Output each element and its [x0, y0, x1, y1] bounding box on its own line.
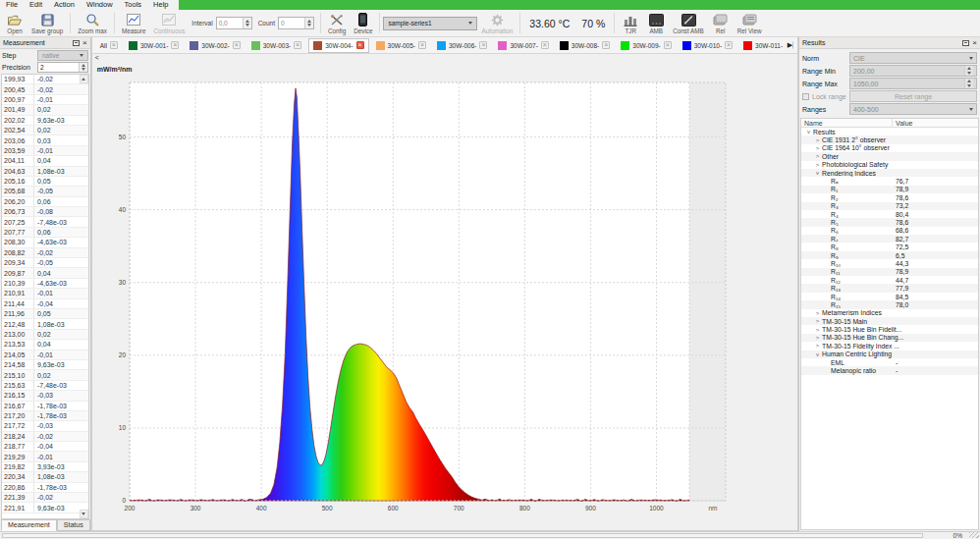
measurement-row[interactable]: 199,93-0,02: [2, 75, 88, 84]
count-spin-arrows[interactable]: [304, 18, 313, 28]
close-panel-icon[interactable]: ×: [82, 39, 87, 47]
config-button[interactable]: Config: [324, 11, 350, 35]
series-item-30w004[interactable]: 30W-004-×: [308, 38, 368, 53]
measurement-row[interactable]: 216,15-0,03: [2, 391, 88, 401]
scroll-down-icon[interactable]: [80, 510, 88, 518]
tree-item[interactable]: R₁₀44,3: [801, 259, 978, 267]
measurement-row[interactable]: 221,39-0,02: [2, 493, 88, 503]
measurement-row[interactable]: 202,540,02: [2, 126, 88, 135]
measurement-row[interactable]: 219,823,93e-03: [2, 462, 88, 472]
series-item-30w006[interactable]: 30W-006-×: [433, 38, 491, 53]
measurement-row[interactable]: 216,67-1,78e-03: [2, 402, 88, 411]
remove-series-icon[interactable]: ×: [602, 41, 610, 49]
expand-icon[interactable]: >: [813, 335, 822, 341]
measurement-row[interactable]: 200,45-0,02: [2, 84, 88, 94]
range-max-spin-arrows[interactable]: [964, 79, 973, 88]
tree-item[interactable]: >Metamerism Indices: [801, 309, 978, 317]
const-amb-button[interactable]: Const AMB: [669, 11, 708, 35]
remove-series-icon[interactable]: ×: [233, 41, 241, 49]
spin-up-icon[interactable]: [245, 20, 249, 23]
remove-series-icon[interactable]: ×: [418, 41, 426, 49]
menu-tools[interactable]: Tools: [119, 0, 148, 10]
resize-grip-icon[interactable]: [969, 532, 979, 538]
series-item-30w002[interactable]: 30W-002-×: [186, 38, 244, 53]
measurement-row[interactable]: 211,44-0,04: [2, 299, 88, 309]
measurement-row[interactable]: 220,86-1,78e-03: [2, 483, 88, 493]
tree-item[interactable]: vHuman Centric Lighting: [801, 350, 978, 358]
remove-series-icon[interactable]: ×: [725, 41, 733, 49]
precision-spin-arrows[interactable]: [79, 63, 87, 72]
tree-item[interactable]: R₁₄84,5: [801, 293, 978, 300]
series-item-30w003[interactable]: 30W-003-×: [247, 38, 305, 53]
tree-item[interactable]: >TM-30-15 Fidelity Index ...: [801, 342, 978, 350]
menu-edit[interactable]: Edit: [24, 0, 48, 10]
series-item-all[interactable]: All×: [96, 38, 122, 53]
measurement-row[interactable]: 209,870,04: [2, 268, 88, 278]
measurement-row[interactable]: 221,919,63e-03: [2, 503, 88, 512]
remove-series-icon[interactable]: ×: [479, 41, 487, 49]
spin-down-icon[interactable]: [245, 24, 249, 27]
tree-item[interactable]: >TM-30-15 Main: [801, 317, 978, 325]
tree-item[interactable]: EML-: [801, 358, 978, 366]
float-panel-icon[interactable]: [962, 40, 969, 46]
remove-series-icon[interactable]: ×: [664, 41, 672, 49]
interval-spinbox[interactable]: 0,0: [216, 17, 252, 29]
spin-up-icon[interactable]: [307, 20, 311, 23]
tree-item[interactable]: R₂78,6: [801, 193, 978, 201]
series-select[interactable]: sample-series1: [383, 17, 477, 30]
measurement-row[interactable]: 207,25-7,48e-03: [2, 217, 88, 227]
device-button[interactable]: Device: [350, 11, 376, 35]
measurement-row[interactable]: 214,589,63e-03: [2, 360, 88, 370]
measurement-row[interactable]: 206,200,06: [2, 197, 88, 207]
measurement-row[interactable]: 204,110,04: [2, 156, 88, 166]
collapse-icon[interactable]: v: [813, 351, 822, 357]
measurement-row[interactable]: 210,39-4,63e-03: [2, 279, 88, 289]
save-group-button[interactable]: Save group: [27, 11, 67, 35]
continuous-button[interactable]: Continuous: [149, 11, 189, 35]
spin-down-icon[interactable]: [307, 24, 311, 27]
reset-range-button[interactable]: Reset range: [849, 90, 977, 102]
measurement-row[interactable]: 214,05-0,01: [2, 350, 88, 360]
checkbox-icon[interactable]: [802, 93, 809, 100]
norm-select[interactable]: CIE: [849, 52, 977, 64]
tree-item[interactable]: R₁₅78,0: [801, 300, 978, 308]
measurement-row[interactable]: 208,30-4,63e-03: [2, 238, 88, 247]
remove-series-icon[interactable]: ×: [541, 41, 549, 49]
tree-item[interactable]: R₁₁78,9: [801, 268, 978, 276]
measurement-row[interactable]: 215,63-7,48e-03: [2, 381, 88, 391]
expand-icon[interactable]: >: [813, 327, 822, 333]
lock-range-checkbox[interactable]: Lock range: [802, 93, 847, 100]
menu-window[interactable]: Window: [81, 0, 119, 10]
spin-down-icon[interactable]: [82, 68, 85, 71]
measurement-row[interactable]: 218,24-0,02: [2, 432, 88, 442]
menu-file[interactable]: File: [0, 0, 24, 10]
step-select[interactable]: native: [37, 50, 88, 61]
expand-icon[interactable]: >: [813, 162, 822, 168]
value-column-header[interactable]: Value: [893, 120, 912, 127]
collapse-icon[interactable]: v: [804, 129, 813, 135]
menu-help[interactable]: Help: [147, 0, 174, 10]
tree-item[interactable]: Rₐ76,7: [801, 177, 978, 185]
float-panel-icon[interactable]: [73, 40, 80, 46]
measurement-row[interactable]: 217,20-1,78e-03: [2, 411, 88, 421]
ranges-select[interactable]: 400-500: [849, 103, 977, 115]
tab-status[interactable]: Status: [57, 519, 90, 531]
expand-icon[interactable]: >: [813, 145, 822, 151]
measurement-row[interactable]: 203,59-0,01: [2, 146, 88, 156]
tree-item[interactable]: R₃73,2: [801, 202, 978, 210]
measurement-row[interactable]: 203,060,03: [2, 135, 88, 145]
tree-item[interactable]: R₇82,7: [801, 235, 978, 243]
measurement-row[interactable]: 219,29-0,01: [2, 452, 88, 461]
tree-item[interactable]: vResults: [801, 128, 978, 135]
measurement-row[interactable]: 208,82-0,02: [2, 248, 88, 258]
rel-view-button[interactable]: Rel View: [734, 11, 766, 35]
measurement-row[interactable]: 213,530,04: [2, 340, 88, 350]
series-item-30w001[interactable]: 30W-001-×: [125, 38, 183, 53]
series-item-30w009[interactable]: 30W-009-×: [617, 38, 675, 53]
range-max-spinbox[interactable]: 1050,00: [849, 78, 977, 89]
remove-series-icon[interactable]: ×: [110, 41, 118, 49]
precision-spinbox[interactable]: 2: [37, 62, 88, 73]
expand-icon[interactable]: >: [813, 310, 822, 316]
expand-icon[interactable]: >: [813, 137, 822, 143]
measurement-row[interactable]: 204,631,08e-03: [2, 167, 88, 177]
